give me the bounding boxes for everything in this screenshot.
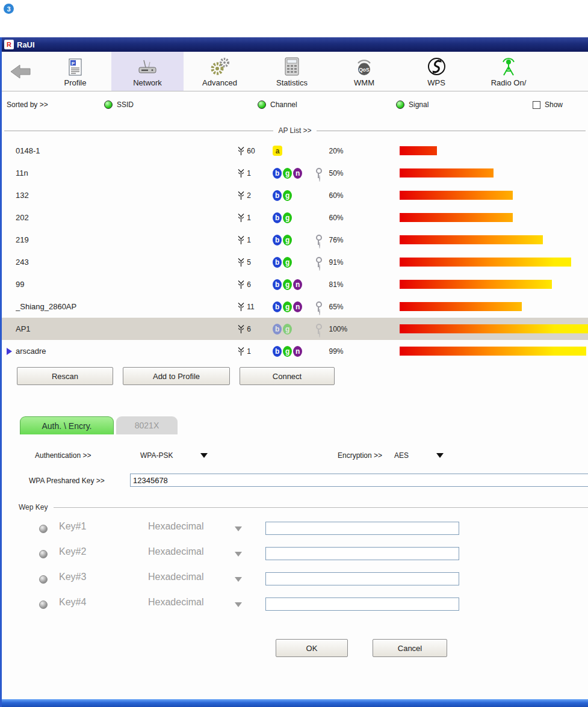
wmm-qos-icon: QoS	[353, 56, 375, 76]
ap-row[interactable]: 11n 1 bgn 50%	[2, 162, 588, 184]
toolbar-item-wps[interactable]: WPS	[400, 52, 472, 91]
cancel-button[interactable]: Cancel	[373, 639, 447, 657]
ap-row[interactable]: 0148-1 60 a 20%	[2, 140, 588, 162]
channel-number: 60	[247, 147, 255, 155]
signal-percent: 99%	[324, 347, 358, 356]
ap-row[interactable]: arscadre 1 bgn 99%	[2, 340, 588, 362]
channel-antenna-icon	[237, 347, 245, 356]
toolbar-item-statistics[interactable]: Statistics	[256, 52, 328, 91]
wep-key3-input	[265, 572, 459, 585]
authentication-dropdown-arrow-icon[interactable]	[200, 453, 208, 458]
toolbar-item-network[interactable]: Network	[111, 52, 184, 91]
encryption-label: Encryption >>	[338, 451, 382, 460]
wep-key1-radio	[39, 525, 48, 533]
show-label: Show	[545, 100, 563, 109]
mode-badges: bg	[273, 212, 312, 223]
signal-percent: 100%	[324, 325, 358, 333]
lock-key-icon	[315, 301, 321, 312]
sort-option-channel[interactable]: Channel	[258, 100, 297, 109]
toolbar-item-label: WPS	[427, 78, 445, 87]
mode-badges: bg	[273, 190, 312, 201]
wep-key4-format: Hexadecimal	[148, 597, 203, 608]
channel-number: 11	[247, 303, 254, 311]
ok-cancel-row: OK Cancel	[2, 639, 588, 657]
psk-input[interactable]	[130, 474, 588, 487]
ap-row[interactable]: 202 1 bg 60%	[2, 206, 588, 229]
radio-led-icon	[258, 100, 266, 109]
mode-b-badge: b	[273, 235, 282, 245]
ap-ssid: _Shiang_2860AP	[16, 302, 237, 311]
mode-badges: bg	[273, 324, 312, 335]
sort-bar: Sorted by >> SSID Channel Signal Show	[2, 95, 588, 114]
lock-key-icon	[315, 324, 321, 334]
mode-b-badge: b	[273, 257, 282, 268]
back-button[interactable]	[2, 52, 39, 91]
channel-antenna-icon	[237, 146, 245, 156]
add-to-profile-button[interactable]: Add to Profile	[123, 367, 230, 385]
toolbar-item-wmm[interactable]: QoS WMM	[328, 52, 400, 91]
signal-bar-track	[400, 168, 588, 178]
wep-key3-dropdown-arrow-icon	[235, 577, 242, 582]
mode-g-badge: g	[283, 301, 292, 312]
lock-key-icon	[315, 168, 321, 178]
authentication-value[interactable]: WPA-PSK	[140, 451, 173, 460]
ap-ssid: 132	[16, 191, 237, 200]
mode-g-badge: g	[283, 257, 292, 268]
tab-auth-encry[interactable]: Auth. \ Encry.	[20, 416, 114, 434]
wps-icon	[427, 56, 447, 76]
show-checkbox[interactable]	[533, 101, 540, 109]
channel-number: 1	[247, 214, 251, 222]
wep-key3-radio	[39, 575, 48, 584]
auth-panel-tabs: Auth. \ Encry. 8021X	[2, 416, 588, 434]
rescan-button[interactable]: Rescan	[17, 367, 113, 385]
ap-row[interactable]: 132 2 bg 60%	[2, 184, 588, 206]
window-title: RaUI	[17, 40, 35, 49]
ap-row[interactable]: AP1 6 bg 100%	[2, 318, 588, 340]
wep-key2-input	[265, 547, 459, 560]
title-bar[interactable]: R RaUI	[2, 37, 588, 52]
ap-ssid: 11n	[16, 168, 237, 178]
mode-g-badge: g	[283, 235, 292, 245]
lock-key-icon	[315, 257, 321, 267]
mode-g-badge: g	[283, 279, 292, 290]
action-button-row: Rescan Add to Profile Connect	[2, 367, 588, 386]
toolbar-item-radio[interactable]: Radio On/	[472, 52, 545, 91]
sort-option-signal[interactable]: Signal	[396, 100, 429, 109]
channel-antenna-icon	[237, 258, 245, 267]
ap-row[interactable]: 219 1 bg 76%	[2, 229, 588, 251]
ap-ssid: 202	[16, 213, 237, 222]
ap-ssid: 0148-1	[16, 146, 237, 155]
ap-row[interactable]: 243 5 bg 91%	[2, 251, 588, 273]
mode-n-badge: n	[293, 168, 302, 179]
signal-percent: 60%	[324, 214, 358, 222]
mode-g-badge: g	[283, 168, 292, 179]
status-bar	[2, 699, 588, 707]
show-checkbox-group[interactable]: Show	[533, 100, 563, 109]
mode-badges: a	[273, 146, 312, 156]
signal-bar	[400, 168, 494, 178]
sort-option-ssid[interactable]: SSID	[104, 100, 134, 109]
wep-key2-format: Hexadecimal	[148, 546, 203, 557]
app-icon: R	[4, 40, 14, 49]
encryption-value[interactable]: AES	[394, 451, 409, 460]
channel-antenna-icon	[237, 302, 245, 312]
signal-bar	[400, 213, 513, 222]
toolbar-item-label: Radio On/	[491, 78, 527, 87]
connect-button[interactable]: Connect	[240, 367, 335, 385]
channel-number: 5	[247, 258, 251, 267]
ap-row[interactable]: _Shiang_2860AP 11 bgn 65%	[2, 295, 588, 318]
ap-row[interactable]: 99 6 bgn 81%	[2, 273, 588, 295]
toolbar-item-profile[interactable]: P Profile	[39, 52, 111, 91]
toolbar-item-advanced[interactable]: Advanced	[184, 52, 256, 91]
mode-badges: bgn	[273, 279, 312, 290]
channel-antenna-icon	[237, 235, 245, 245]
radio-led-icon	[104, 100, 113, 109]
mode-a-badge: a	[273, 146, 282, 156]
signal-percent: 65%	[324, 303, 358, 311]
ok-button[interactable]: OK	[276, 639, 348, 657]
channel-number: 1	[247, 236, 251, 244]
mode-g-badge: g	[283, 324, 292, 335]
wep-key-group: Wep Key Key#1 Hexadecimal Key#2 Hexadeci…	[2, 503, 588, 613]
mode-g-badge: g	[283, 212, 292, 223]
encryption-dropdown-arrow-icon[interactable]	[436, 453, 444, 458]
